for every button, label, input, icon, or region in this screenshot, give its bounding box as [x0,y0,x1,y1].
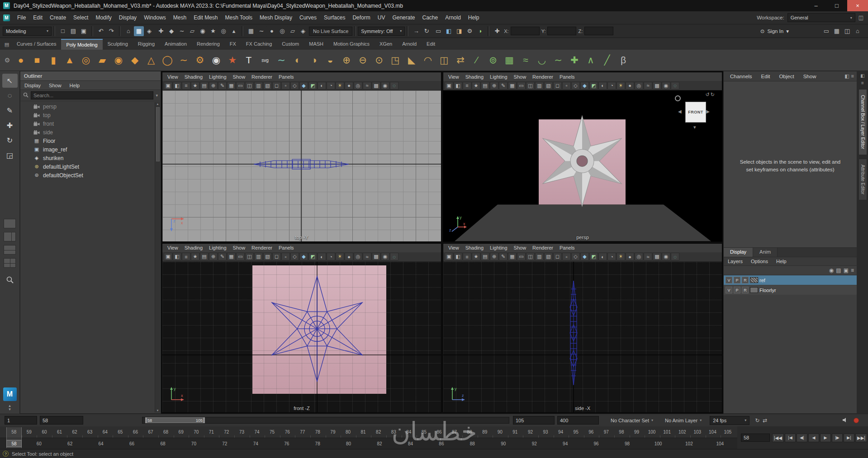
mask-misc-icon[interactable]: ▴ [229,26,239,36]
safe-title-icon[interactable]: ▫ [281,253,290,260]
help-icon[interactable]: ? [3,451,9,457]
snap-to-projected-center-button[interactable]: ◎ [277,26,287,36]
lights-icon[interactable]: ☀ [617,82,625,90]
mask-handles-icon[interactable]: ✚ [156,26,166,36]
redo-button[interactable]: ↷ [106,26,116,36]
minimize-button[interactable]: – [806,0,826,11]
channel-box-menu-icon[interactable]: ≡ [851,73,854,79]
select-camera-icon[interactable]: ▣ [445,253,453,260]
viewcube-face[interactable]: FRONT [685,102,706,123]
shaded-icon[interactable]: ◆ [299,253,308,260]
z-input[interactable] [584,27,613,35]
step-back-frame-button[interactable]: |◀ [785,434,796,442]
animation-end-field[interactable]: 400 [557,416,599,425]
multisample-icon[interactable]: ▩ [653,253,661,260]
viewport-menu-item[interactable]: Shading [181,245,206,250]
default-material-icon[interactable]: ◐ [598,253,607,260]
maximize-button[interactable]: □ [826,0,847,11]
shelf-poly-cylinder-button[interactable]: ▮ [45,51,62,69]
safe-title-icon[interactable]: ▫ [562,82,571,90]
exposure-icon[interactable]: ◉ [662,253,670,260]
viewport-menu-item[interactable]: Shading [462,74,487,80]
menu-item[interactable]: Surfaces [320,11,349,24]
outliner-item-default-object-set[interactable]: ⊚ defaultObjectSet [20,171,161,179]
snap-to-point-button[interactable]: ● [267,26,277,36]
shadows-icon[interactable]: ● [626,82,634,90]
grease-pencil-icon[interactable]: ✎ [218,253,227,260]
shelf-tab[interactable]: Motion Graphics [328,39,375,50]
shelf-separate-button[interactable]: ⊖ [355,51,371,69]
shelf-poly-platonic-button[interactable]: ◆ [127,51,143,69]
camera-attributes-icon[interactable]: ≡ [182,253,190,260]
grid-toggle-icon[interactable]: ▦ [508,253,517,260]
shelf-tab[interactable]: Curves / Surfaces [12,39,61,50]
shelf-bevel-button[interactable]: ◣ [403,51,420,69]
sign-in-button[interactable]: ⊙ Sign In ▾ [760,28,789,34]
shelf-poly-torus-button[interactable]: ◎ [78,51,94,69]
viewport-menu-item[interactable]: Shading [181,74,206,80]
film-gate-icon[interactable]: ▭ [517,82,526,90]
lock-camera-icon[interactable]: ◧ [454,82,462,90]
select-tool[interactable]: ↖ [2,74,18,88]
viewcube-right-arrow[interactable]: ▶ [706,109,710,114]
menu-item[interactable]: Modify [92,11,115,24]
maya-logo[interactable]: M [3,387,17,401]
xray-icon[interactable]: ◔ [607,253,616,260]
viewcube-left-arrow[interactable]: ◀ [678,109,682,114]
shelf-tab[interactable]: Arnold [397,39,422,50]
menu-item[interactable]: Edit Mesh [190,11,221,24]
undo-button[interactable]: ↶ [96,26,106,36]
layer-editor-menu-item[interactable]: Options [747,259,772,264]
menu-item[interactable]: Arnold [441,11,465,24]
bookmarks-icon[interactable]: ★ [472,253,480,260]
viewport-menu-item[interactable]: Panels [556,74,578,80]
viewport-menu-item[interactable]: Panels [275,74,297,80]
viewport-menu-item[interactable]: Panels [556,245,578,250]
exposure-icon[interactable]: ◉ [381,82,389,90]
grid-toggle-icon[interactable]: ▦ [508,82,517,90]
range-slider-handle[interactable]: 58 105 [145,417,205,423]
gate-mask-icon[interactable]: ▥ [254,82,263,90]
shelf-edge-flow-button[interactable]: ≈ [517,51,534,69]
sidebar-dock-icon[interactable]: ◧ [860,73,864,78]
layer-editor-menu-item[interactable]: Layers [724,259,747,264]
shaded-icon[interactable]: ◆ [580,253,589,260]
viewport-menu-item[interactable]: View [164,245,181,250]
viewport-front[interactable]: ViewShadingLightingShowRendererPanels ▣◧… [162,243,441,413]
select-by-component-button[interactable]: ◈ [144,26,154,36]
maya-home-button[interactable]: ⌂ [853,26,863,36]
multisample-icon[interactable]: ▩ [372,253,380,260]
image-plane-icon[interactable]: ▤ [481,82,489,90]
shelf-tab[interactable]: Poly Modeling [61,39,102,50]
select-by-hierarchy-button[interactable]: ⌂ [123,26,133,36]
snap-to-view-plane-button[interactable]: ▱ [288,26,298,36]
input-connections-button[interactable]: → [411,26,421,36]
field-chart-icon[interactable]: ▧ [544,82,553,90]
y-input[interactable] [547,27,576,35]
layer-playback-toggle[interactable]: P [734,277,740,283]
grease-pencil-icon[interactable]: ✎ [499,253,508,260]
pan-zoom-icon[interactable]: ⊕ [209,82,218,90]
grid-toggle-icon[interactable]: ▦ [227,253,236,260]
shelf-poly-pipe-button[interactable]: ◯ [159,51,175,69]
wireframe-icon[interactable]: ◇ [290,82,299,90]
layer-color-swatch[interactable] [750,277,758,283]
create-layer-from-selected-button[interactable]: ▣ [844,267,849,274]
layout-single-pane-button[interactable] [4,219,16,228]
menu-item[interactable]: Mesh Tools [222,11,256,24]
menu-item[interactable]: Cache [418,11,441,24]
menu-item[interactable]: Mesh Display [256,11,296,24]
viewport-menu-item[interactable]: Shading [462,245,487,250]
shelf-combine-button[interactable]: ⊕ [338,51,355,69]
lasso-tool[interactable]: ◌ [2,89,18,103]
workspace-options-icon[interactable]: ◫ [859,14,863,21]
select-camera-icon[interactable]: ▣ [164,253,172,260]
lock-camera-icon[interactable]: ◧ [173,253,181,260]
viewport-front-canvas[interactable]: y x front -Z [162,262,441,413]
select-camera-icon[interactable]: ▣ [164,82,172,90]
shelf-poly-disc-button[interactable]: ◉ [110,51,127,69]
shelf-smooth-button[interactable]: ◡ [534,51,550,69]
channel-box-menu-item[interactable]: Object [774,74,798,79]
mask-rendering-icon[interactable]: ◎ [218,26,228,36]
layer-options-button[interactable]: ≡ [851,267,854,274]
